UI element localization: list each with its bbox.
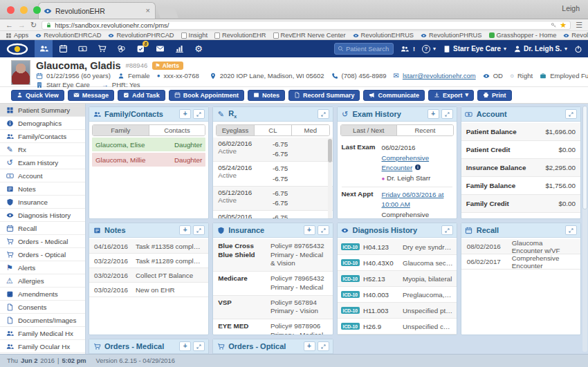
new-tab-button[interactable] [156, 7, 178, 18]
book-appointment-button[interactable]: Book Appointment [169, 90, 244, 101]
bookmark-item[interactable]: RevolutionEHR [214, 32, 266, 39]
alerts-badge[interactable]: ⚑Alerts [152, 62, 183, 70]
browser-tab[interactable]: RevolutionEHR × [38, 2, 156, 19]
sidebar-item-family-contacts[interactable]: Family/Contacts [0, 130, 85, 143]
expand-icon[interactable] [441, 225, 453, 235]
admin-nav-icon[interactable]: ⚙ [190, 40, 208, 57]
bookmark-item[interactable]: RevEHR Nerve Center [273, 32, 346, 39]
patient-email-link[interactable]: lstarr@revolutionehr.com [403, 72, 476, 79]
page-scrollbar[interactable] [582, 106, 587, 352]
print-button[interactable]: Print [477, 90, 512, 101]
diagnosis-row[interactable]: ICD-10H04.123Dry eye syndrome of b... [338, 239, 457, 255]
sidebar-item-family-medical-hx[interactable]: Family Medical Hx [0, 327, 85, 340]
patient-search-input[interactable] [346, 45, 390, 53]
tab-contacts[interactable]: Contacts [149, 125, 205, 135]
tab-eyeglass[interactable]: Eyeglass [217, 125, 254, 135]
sidebar-item-documents-images[interactable]: Documents/Images [0, 314, 85, 327]
browser-menu-icon[interactable]: ☰ [576, 21, 582, 29]
expand-icon[interactable] [318, 225, 329, 235]
info-icon[interactable] [414, 164, 421, 171]
apps-shortcut[interactable]: Apps [6, 32, 28, 39]
rx-row[interactable]: 05/12/2016Active-6.75-6.75 [213, 187, 332, 211]
communicate-button[interactable]: Communicate [363, 90, 425, 101]
message-button[interactable]: Message [68, 90, 114, 101]
add-button[interactable]: + [179, 341, 191, 351]
diagnosis-row[interactable]: ICD-10H40.43X0Glaucoma secondary ... [338, 255, 457, 271]
help-menu[interactable]: ?▾ [422, 45, 436, 53]
expand-icon[interactable] [318, 109, 329, 119]
bookmark-item[interactable]: Grasshopper - Home [489, 32, 557, 39]
sidebar-item-alerts[interactable]: ⚑Alerts [0, 261, 85, 274]
note-row[interactable]: 03/22/2016Task #11289 completed. Tas... [89, 254, 208, 268]
add-button[interactable]: + [304, 341, 315, 351]
rx-scrollbar[interactable] [328, 139, 332, 218]
tab-close-icon[interactable]: × [146, 7, 150, 15]
recent-patients-icon[interactable]: ! [401, 45, 415, 53]
add-button[interactable]: + [179, 225, 191, 235]
insurance-row[interactable]: MedicarePolicy# 78965432Primary - Medica… [213, 272, 332, 295]
add-button[interactable]: + [179, 109, 191, 119]
export-button[interactable]: Export▾ [428, 90, 474, 101]
bookmark-item[interactable]: RevolutionEHRUS [353, 32, 414, 39]
messages-nav-icon[interactable] [151, 40, 169, 57]
next-appt-link[interactable]: Friday 06/03/2016 at 10:00 AM [382, 191, 444, 209]
url-field[interactable]: https://sandbox.revolutionehr.com/pms/ ★ [42, 21, 571, 30]
quick-view-button[interactable]: Quick View [11, 90, 64, 101]
expand-icon[interactable] [565, 225, 577, 235]
user-menu[interactable]: Dr. Leigh S.▾ [513, 45, 567, 53]
expand-icon[interactable] [193, 341, 205, 351]
sidebar-item-notes[interactable]: Notes [0, 182, 85, 196]
insurance-row[interactable]: Blue Cross Blue ShieldPolicy# 89765432Pr… [213, 239, 332, 272]
sidebar-item-consents[interactable]: Consents [0, 301, 85, 314]
tab-med[interactable]: Med [292, 125, 329, 135]
bookmark-item[interactable]: RevolutionPHRUS [421, 32, 481, 39]
sidebar-item-account[interactable]: $Account [0, 169, 85, 182]
refresh-icon[interactable]: ↻ [30, 21, 37, 29]
reports-nav-icon[interactable] [170, 40, 188, 57]
tab-family[interactable]: Family [93, 125, 149, 135]
diagnosis-row[interactable]: ICD-10H52.13Myopia, bilateral [338, 271, 457, 287]
last-encounter-link[interactable]: Comprehensive Encounter [382, 154, 430, 172]
revolutionehr-logo[interactable] [6, 42, 29, 56]
sidebar-item-orders-medical[interactable]: Orders - Medical [0, 235, 85, 248]
family-member-row[interactable]: Glaucoma, EliseDaughter [92, 138, 205, 151]
insurance-row[interactable]: EYE MEDPolicy# 9878906Primary - Medical … [213, 319, 332, 335]
patient-search-box[interactable] [334, 43, 394, 55]
expand-icon[interactable] [193, 109, 205, 119]
expand-icon[interactable] [318, 341, 329, 351]
sidebar-item-recall[interactable]: Recall [0, 222, 85, 235]
window-minimize-button[interactable] [20, 6, 28, 14]
rx-row[interactable]: 06/02/2016Active-6.75-6.75 [213, 138, 332, 162]
bookmark-item[interactable]: Insight [181, 32, 208, 39]
forward-icon[interactable]: → [18, 21, 26, 29]
expand-icon[interactable] [565, 109, 577, 119]
recall-row[interactable]: 06/02/2017Comprehensive Encounter [461, 254, 580, 270]
insurance-row[interactable]: VSPPolicy# 567894Primary - Vision [213, 296, 332, 319]
patients-nav-icon[interactable] [35, 40, 53, 57]
expand-icon[interactable] [441, 109, 453, 119]
sidebar-item-diagnosis-history[interactable]: Diagnosis History [0, 209, 85, 222]
sidebar-item-family-ocular-hx[interactable]: Family Ocular Hx [0, 340, 85, 353]
window-zoom-button[interactable] [33, 6, 41, 14]
tab-cl[interactable]: CL [255, 125, 292, 135]
bookmark-item[interactable]: RevolutionEHRCAD [35, 32, 101, 39]
diagnosis-row[interactable]: ICD-10H11.003Unspecified pterygium... [338, 303, 457, 319]
note-row[interactable]: 04/16/2016Task #11358 completed. Tas... [89, 239, 208, 254]
diagnosis-row[interactable]: ICD-10H26.9Unspecified cataract [338, 319, 457, 335]
expand-icon[interactable] [193, 225, 205, 235]
browser-profile-name[interactable]: Leigh [562, 4, 580, 12]
claims-nav-icon[interactable] [112, 40, 130, 57]
sidebar-item-amendments[interactable]: Amendments [0, 288, 85, 301]
accounting-nav-icon[interactable]: $ [73, 40, 91, 57]
back-icon[interactable]: ← [6, 21, 13, 29]
sidebar-item-orders-optical[interactable]: Orders - Optical [0, 248, 85, 261]
note-row[interactable]: 03/02/2016Collect PT Balance [89, 268, 208, 283]
diagnosis-row[interactable]: ICD-10H40.003Preglaucoma, unspeci... [338, 287, 457, 303]
schedule-nav-icon[interactable] [54, 40, 72, 57]
sidebar-item-allergies[interactable]: ⚠Allergies [0, 274, 85, 288]
bookmark-item[interactable]: RevolutionEHR [563, 32, 588, 39]
bookmark-item[interactable]: RevolutionPHRCAD [108, 32, 174, 39]
add-button[interactable]: + [304, 225, 315, 235]
tasks-nav-icon[interactable]: 8 [131, 40, 149, 57]
notes-button[interactable]: Notes [248, 90, 285, 101]
